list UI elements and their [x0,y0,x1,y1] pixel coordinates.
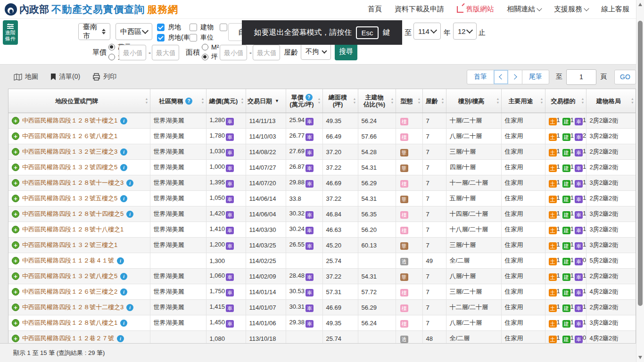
sort-toggle-icon[interactable]: ▲▼ [201,97,205,105]
sort-toggle-icon[interactable]: ▲▼ [631,97,634,105]
add-to-list-icon[interactable]: + [12,210,19,218]
last-page-button[interactable]: 尾筆 [522,70,549,84]
add-to-list-icon[interactable]: + [12,117,19,124]
map-view-button[interactable]: 地圖 [14,73,38,81]
city-select[interactable]: 臺南市 [78,23,110,40]
checkbox-parking[interactable]: 車位 [190,33,214,42]
unit-price-max-input[interactable] [152,45,179,60]
address-link[interactable]: 中西區民權路四段１３２號三樓之3 [22,148,117,156]
info-icon[interactable]: i [126,180,133,187]
advanced-filter-button[interactable]: 進階 條件 [3,20,18,45]
page-number-input[interactable] [566,69,596,85]
sort-toggle-icon[interactable]: ▲▼ [496,97,500,105]
column-header-8[interactable]: 屋齡▲▼ [422,89,446,113]
nav-home[interactable]: 首頁 [368,5,382,14]
add-to-list-icon[interactable]: + [12,164,19,171]
end-month-select[interactable]: 12 [453,23,477,40]
column-header-1[interactable]: 社區簡稱?▲▼ [150,89,206,113]
area-min-input[interactable] [220,45,247,60]
scroll-up-arrow-icon[interactable] [638,3,642,6]
age-select[interactable]: 不拘 [301,43,331,60]
info-icon[interactable]: i [120,288,127,296]
info-icon[interactable]: i [120,273,127,280]
sort-toggle-icon[interactable]: ▲▼ [353,97,356,105]
unit-price-min-input[interactable] [119,45,146,60]
sort-toggle-icon[interactable]: ▲▼ [391,97,394,105]
address-link[interactable]: 中西區民權路四段１２８號十二樓之3 [22,303,124,312]
search-button[interactable]: 搜尋 [335,43,357,60]
info-icon[interactable]: i [120,195,127,202]
address-link[interactable]: 中西區民權路四段１１２巷２７號 [22,334,114,343]
add-to-list-icon[interactable]: + [12,179,19,187]
column-header-10[interactable]: 主要用途▲▼ [501,89,545,113]
address-link[interactable]: 中西區民權路四段１１２巷４１號 [22,256,114,265]
column-header-12[interactable]: 建物格局▲▼ [586,89,636,113]
help-icon[interactable]: ? [305,94,313,101]
address-link[interactable]: 中西區民權路四段１２８號十八樓之1 [22,225,124,234]
info-icon[interactable]: i [117,257,124,264]
radio-ping[interactable]: 坪 [202,53,218,61]
checkbox-building[interactable]: 建物 [190,23,214,32]
nav-online-service[interactable]: 線上客服 [601,5,629,14]
saved-list-button[interactable]: 清單(0) [50,73,80,81]
nav-old-site[interactable]: 舊版網站 [457,5,494,14]
add-to-list-icon[interactable]: + [12,335,19,342]
sort-toggle-icon[interactable]: ▲▼ [318,97,321,105]
end-year-select[interactable]: 114 [413,23,441,40]
info-icon[interactable]: i [120,117,127,124]
info-icon[interactable]: i [117,335,124,342]
add-to-list-icon[interactable]: + [12,288,19,296]
address-link[interactable]: 中西區民權路四段１３２號五樓之5 [22,194,117,203]
nav-downloads[interactable]: 資料下載及申請 [395,5,444,14]
add-to-list-icon[interactable]: + [12,304,19,311]
sort-toggle-icon[interactable]: ▲▼ [418,97,421,105]
address-link[interactable]: 中西區民權路四段１２８號十一樓之3 [22,179,124,187]
print-button[interactable]: 列印 [92,73,116,81]
column-header-4[interactable]: 單價?(萬元/坪)▲▼ [286,89,322,113]
sort-toggle-icon[interactable]: ▲▼ [145,97,149,105]
column-header-11[interactable]: 交易標的▲▼ [545,89,586,113]
scroll-down-arrow-icon[interactable] [638,356,642,359]
district-select[interactable]: 中西區 [116,23,152,40]
info-icon[interactable]: i [120,148,127,156]
add-to-list-icon[interactable]: + [12,132,19,140]
help-icon[interactable]: ? [185,98,192,105]
address-link[interactable]: 中西區民權路四段１２８號十四樓之5 [22,210,124,218]
prev-page-button[interactable] [494,70,508,84]
site-logo[interactable]: 內政部 不動產交易實價查詢 服務網 [5,3,178,16]
add-to-list-icon[interactable]: + [12,148,19,156]
address-link[interactable]: 中西區民權路四段１３２號四樓之5 [22,163,117,172]
first-page-button[interactable]: 首筆 [467,70,494,84]
nav-related-links[interactable]: 相關連結 [507,5,541,14]
add-to-list-icon[interactable]: + [12,241,19,249]
address-link[interactable]: 中西區民權路四段１２８號十樓之1 [22,116,117,125]
column-header-3[interactable]: 交易日期▼ [246,89,286,113]
sort-toggle-icon[interactable]: ▲▼ [241,97,244,105]
sort-toggle-icon[interactable]: ▲▼ [540,97,544,105]
add-to-list-icon[interactable]: + [12,272,19,280]
info-icon[interactable]: i [120,320,127,327]
info-icon[interactable]: i [120,164,127,171]
nav-support[interactable]: 支援服務 [554,5,588,14]
column-header-7[interactable]: 型態▲▼ [396,89,422,113]
column-header-9[interactable]: 樓別/樓高▲▼ [446,89,501,113]
column-header-5[interactable]: 總面積(坪)▲▼ [322,89,358,113]
column-header-2[interactable]: 總價(萬元)▲▼ [206,89,246,113]
info-icon[interactable]: i [126,304,133,311]
address-link[interactable]: 中西區民權路四段１２６號三樓之2 [22,288,117,296]
address-link[interactable]: 中西區民權路四段１２８號八樓之1 [22,319,117,327]
page-scrollbar[interactable] [636,0,644,362]
checkbox-house-land-car[interactable]: 房地(車) [157,33,192,42]
column-header-6[interactable]: 主建物佔比(%)▲▼ [358,89,396,113]
area-max-input[interactable] [253,45,280,60]
next-page-button[interactable] [508,70,522,84]
address-link[interactable]: 中西區民權路四段１２６號八樓之1 [22,132,117,140]
sort-toggle-icon[interactable]: ▲▼ [441,97,445,105]
sort-toggle-icon[interactable]: ▲▼ [581,97,585,105]
add-to-list-icon[interactable]: + [12,195,19,202]
column-header-0[interactable]: 地段位置或門牌▲▼ [8,89,150,113]
radio-square-meter[interactable]: M² [202,43,219,51]
go-button[interactable]: GO [614,70,636,84]
address-link[interactable]: 中西區民權路四段１３２號三樓之1 [22,241,117,249]
add-to-list-icon[interactable]: + [12,226,19,233]
